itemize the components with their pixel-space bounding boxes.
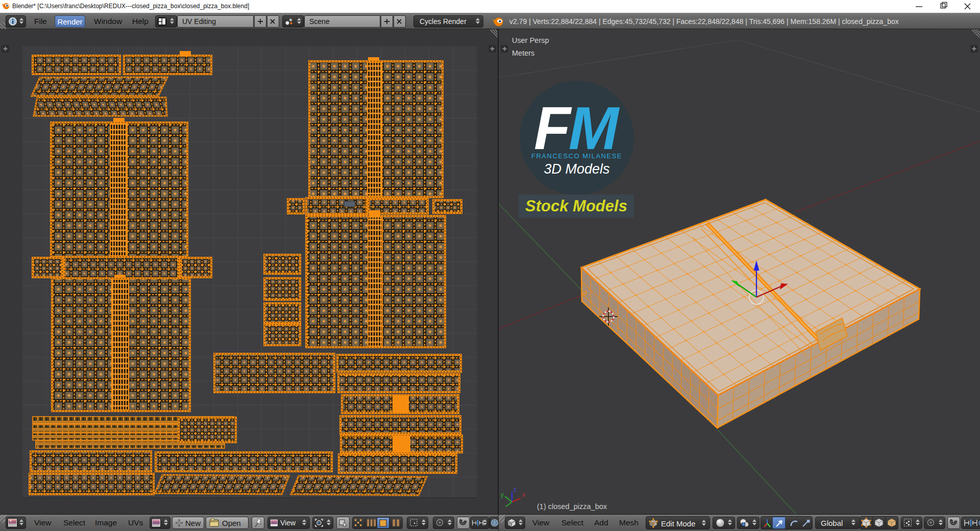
svg-text:FRANCESCO MILANESE: FRANCESCO MILANESE: [531, 152, 622, 160]
svg-text:x: x: [522, 491, 525, 498]
svg-text:User Persp: User Persp: [512, 36, 549, 44]
svg-text:(1) closed_pizza_box: (1) closed_pizza_box: [537, 502, 607, 511]
svg-text:Stock Models: Stock Models: [525, 197, 627, 215]
svg-text:z: z: [513, 486, 517, 493]
svg-text:3D Models: 3D Models: [544, 161, 609, 177]
svg-text:Meters: Meters: [512, 49, 534, 57]
svg-text:y: y: [501, 491, 504, 498]
